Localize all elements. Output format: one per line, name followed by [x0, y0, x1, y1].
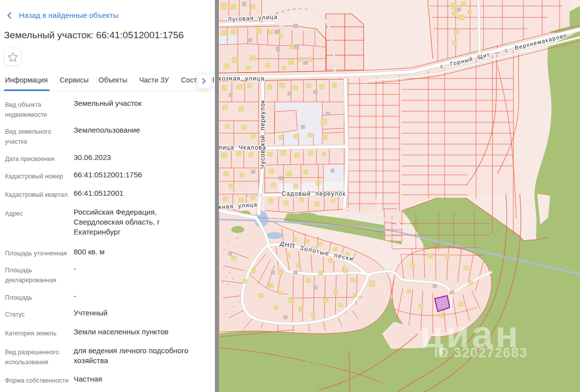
svg-text:олхозная улица: олхозная улица — [219, 75, 265, 82]
svg-text:улица Чкалова: улица Чкалова — [219, 144, 266, 151]
svg-text:Садовый переулок: Садовый переулок — [282, 190, 346, 197]
svg-text:ID 320272683: ID 320272683 — [434, 345, 528, 360]
svg-text:Чусовской переулок: Чусовской переулок — [259, 100, 266, 169]
